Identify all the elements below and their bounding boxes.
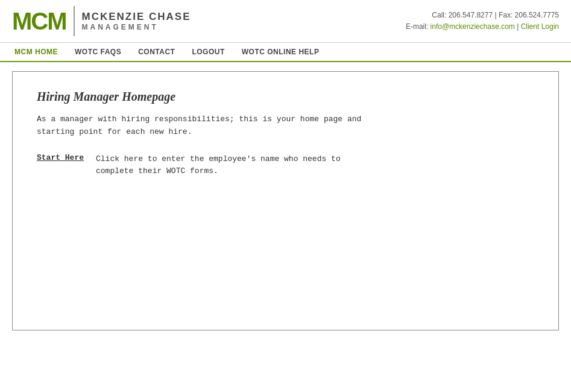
start-here-link[interactable]: Start Here bbox=[37, 153, 84, 162]
page-description: As a manager with hiring responsibilitie… bbox=[37, 113, 534, 139]
nav-item-contact[interactable]: CONTACT bbox=[130, 43, 183, 61]
separator1: | bbox=[494, 11, 496, 19]
call-text: Call: 206.547.8277 bbox=[432, 11, 493, 19]
logo-divider bbox=[74, 6, 75, 36]
logo-text: MCKENZIE CHASE MANAGEMENT bbox=[82, 11, 191, 31]
logo-company-sub: MANAGEMENT bbox=[82, 23, 191, 31]
navigation: MCM HOME WOTC FAQS CONTACT LOGOUT WOTC O… bbox=[0, 43, 571, 62]
nav-item-wotc-online-help[interactable]: WOTC ONLINE HELP bbox=[233, 43, 328, 61]
logo-mcm: MCM bbox=[12, 8, 66, 35]
start-row: Start Here Click here to enter the emplo… bbox=[37, 153, 534, 179]
client-login-link[interactable]: Client Login bbox=[521, 22, 559, 31]
logo-area: MCM MCKENZIE CHASE MANAGEMENT bbox=[12, 6, 191, 36]
contact-info: Call: 206.547.8277 | Fax: 206.524.7775 E… bbox=[406, 10, 559, 33]
main-wrapper: Hiring Manager Homepage As a manager wit… bbox=[0, 62, 571, 340]
email-line: E-mail: info@mckenziechase.com | Client … bbox=[406, 21, 559, 33]
nav-item-mcm-home[interactable]: MCM HOME bbox=[6, 43, 66, 61]
start-description: Click here to enter the employee's name … bbox=[96, 153, 341, 179]
content-box: Hiring Manager Homepage As a manager wit… bbox=[12, 71, 559, 330]
logo-company-name: MCKENZIE CHASE bbox=[82, 11, 191, 23]
nav-item-logout[interactable]: LOGOUT bbox=[183, 43, 233, 61]
header: MCM MCKENZIE CHASE MANAGEMENT Call: 206.… bbox=[0, 0, 571, 43]
page-title: Hiring Manager Homepage bbox=[37, 90, 534, 104]
phone-fax-line: Call: 206.547.8277 | Fax: 206.524.7775 bbox=[406, 10, 559, 21]
fax-text: Fax: 206.524.7775 bbox=[499, 11, 559, 19]
email-label: E-mail: bbox=[406, 22, 428, 31]
email-link[interactable]: info@mckenziechase.com bbox=[431, 22, 515, 31]
nav-item-wotc-faqs[interactable]: WOTC FAQS bbox=[66, 43, 130, 61]
